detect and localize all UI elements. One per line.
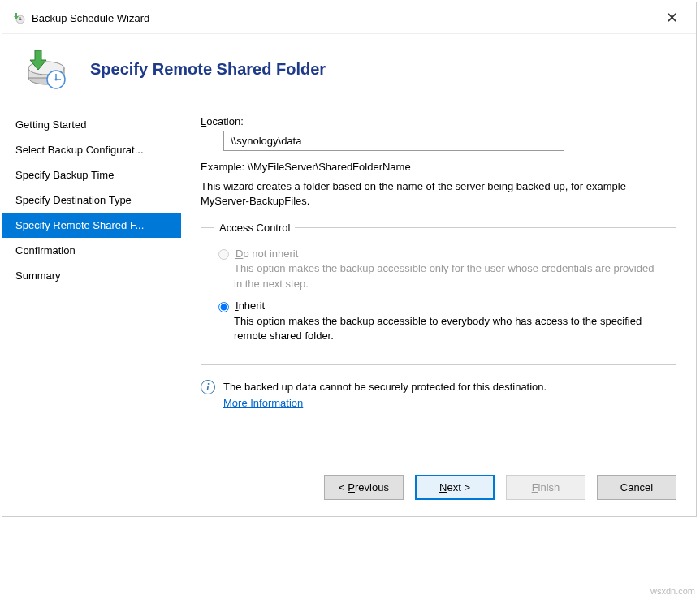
wizard-button-bar: < Previous Next > Finish Cancel [2, 460, 696, 516]
info-message: The backed up data cannot be securely pr… [223, 381, 547, 393]
info-icon: i [201, 380, 215, 394]
info-panel: i The backed up data cannot be securely … [201, 380, 676, 411]
next-button[interactable]: Next > [415, 475, 495, 500]
radio-do-not-inherit-desc: This option makes the backup accessible … [234, 261, 663, 291]
access-control-legend: Access Control [214, 222, 295, 234]
step-remote-shared-folder[interactable]: Specify Remote Shared F... [2, 213, 181, 238]
radio-do-not-inherit: Do not inherit [214, 247, 663, 260]
more-information-link[interactable]: More Information [223, 396, 303, 411]
location-input[interactable] [223, 131, 564, 151]
window-title: Backup Schedule Wizard [32, 12, 658, 24]
cancel-button[interactable]: Cancel [597, 475, 676, 500]
step-destination-type[interactable]: Specify Destination Type [2, 187, 181, 213]
radio-inherit-label: Inherit [235, 300, 265, 312]
info-text-block: The backed up data cannot be securely pr… [223, 380, 547, 411]
app-icon [12, 11, 25, 24]
step-select-configuration[interactable]: Select Backup Configurat... [2, 137, 181, 162]
step-getting-started[interactable]: Getting Started [2, 112, 181, 137]
step-summary[interactable]: Summary [2, 263, 181, 288]
radio-inherit-desc: This option makes the backup accessible … [234, 314, 663, 343]
step-confirmation[interactable]: Confirmation [2, 238, 181, 263]
wizard-header: Specify Remote Shared Folder [2, 34, 696, 109]
wizard-description: This wizard creates a folder based on th… [201, 179, 676, 209]
wizard-window: Backup Schedule Wizard ✕ Specify Remote … [2, 2, 697, 517]
finish-button: Finish [506, 475, 585, 500]
location-label: Location: [201, 115, 676, 127]
close-button[interactable]: ✕ [658, 9, 686, 27]
radio-inherit-input[interactable] [218, 302, 229, 312]
previous-button[interactable]: < Previous [324, 475, 404, 500]
watermark: wsxdn.com [650, 586, 695, 596]
wizard-header-icon [22, 49, 71, 89]
page-title: Specify Remote Shared Folder [90, 60, 326, 79]
location-example: Example: \\MyFileServer\SharedFolderName [201, 161, 676, 173]
radio-inherit[interactable]: Inherit [214, 300, 663, 312]
wizard-content: Location: Example: \\MyFileServer\Shared… [181, 109, 696, 412]
radio-do-not-inherit-label: Do not inherit [235, 248, 298, 260]
access-control-group: Access Control Do not inherit This optio… [201, 222, 676, 365]
radio-do-not-inherit-input [218, 249, 229, 260]
titlebar: Backup Schedule Wizard ✕ [2, 2, 696, 34]
step-backup-time[interactable]: Specify Backup Time [2, 162, 181, 187]
wizard-steps-sidebar: Getting Started Select Backup Configurat… [2, 109, 181, 412]
